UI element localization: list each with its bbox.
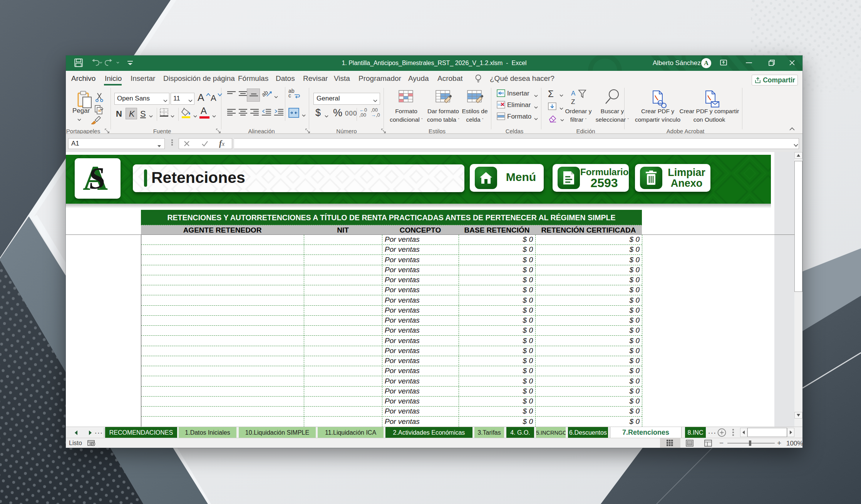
svg-text:A: A: [571, 90, 576, 97]
svg-text:Z: Z: [571, 98, 575, 105]
